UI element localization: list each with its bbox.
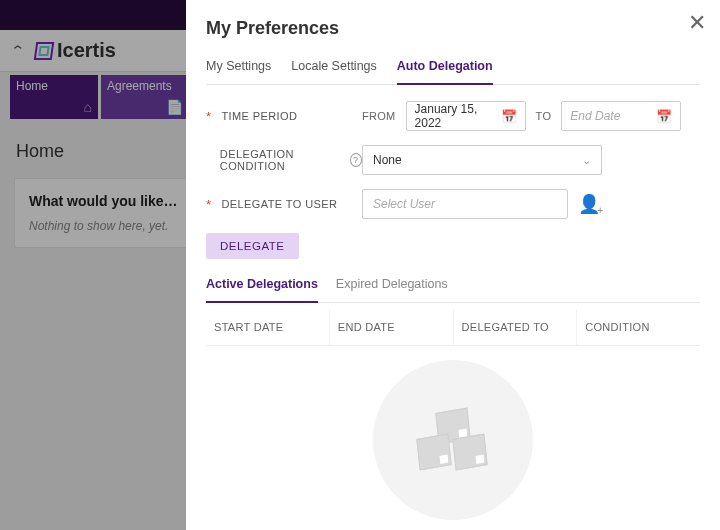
col-condition: CONDITION <box>577 309 700 345</box>
cube-icon <box>416 433 451 470</box>
close-icon[interactable]: ✕ <box>688 10 706 36</box>
cube-icon <box>452 433 487 470</box>
condition-select[interactable]: None ⌄ <box>362 145 602 175</box>
help-icon[interactable]: ? <box>350 153 362 167</box>
time-period-label: * TIME PERIOD <box>206 109 362 124</box>
delegate-user-label: * DELEGATE TO USER <box>206 197 362 212</box>
to-label: TO <box>536 110 552 122</box>
col-delegated-to: DELEGATED TO <box>454 309 578 345</box>
from-label: FROM <box>362 110 396 122</box>
preferences-modal: ✕ My Preferences My Settings Locale Sett… <box>186 0 720 530</box>
subtab-active-delegations[interactable]: Active Delegations <box>206 269 318 303</box>
table-header: START DATE END DATE DELEGATED TO CONDITI… <box>206 309 700 346</box>
delegation-form: * TIME PERIOD FROM January 15, 2022 📅 TO… <box>206 85 700 265</box>
delegate-button[interactable]: DELEGATE <box>206 233 299 259</box>
required-marker: * <box>206 109 211 124</box>
tab-locale-settings[interactable]: Locale Settings <box>291 53 376 84</box>
chevron-down-icon: ⌄ <box>582 154 591 167</box>
to-date-input[interactable]: End Date 📅 <box>561 101 681 131</box>
col-start-date: START DATE <box>206 309 330 345</box>
condition-value: None <box>373 153 402 167</box>
modal-title: My Preferences <box>206 18 700 39</box>
tab-my-settings[interactable]: My Settings <box>206 53 271 84</box>
required-marker: * <box>206 197 211 212</box>
subtab-expired-delegations[interactable]: Expired Delegations <box>336 269 448 302</box>
delegate-user-input[interactable]: Select User <box>362 189 568 219</box>
from-date-input[interactable]: January 15, 2022 📅 <box>406 101 526 131</box>
to-date-placeholder: End Date <box>570 109 620 123</box>
from-date-value: January 15, 2022 <box>415 102 501 130</box>
calendar-icon: 📅 <box>501 109 517 124</box>
delegate-user-placeholder: Select User <box>373 197 435 211</box>
empty-illustration <box>373 360 533 520</box>
empty-state: It looks like there are no records for y… <box>206 346 700 530</box>
condition-label: DELEGATION CONDITION ? <box>206 148 362 172</box>
calendar-icon: 📅 <box>656 109 672 124</box>
add-user-icon[interactable]: 👤+ <box>578 193 600 215</box>
modal-tabs: My Settings Locale Settings Auto Delegat… <box>206 53 700 85</box>
col-end-date: END DATE <box>330 309 454 345</box>
delegation-subtabs: Active Delegations Expired Delegations <box>206 269 700 303</box>
tab-auto-delegation[interactable]: Auto Delegation <box>397 53 493 85</box>
